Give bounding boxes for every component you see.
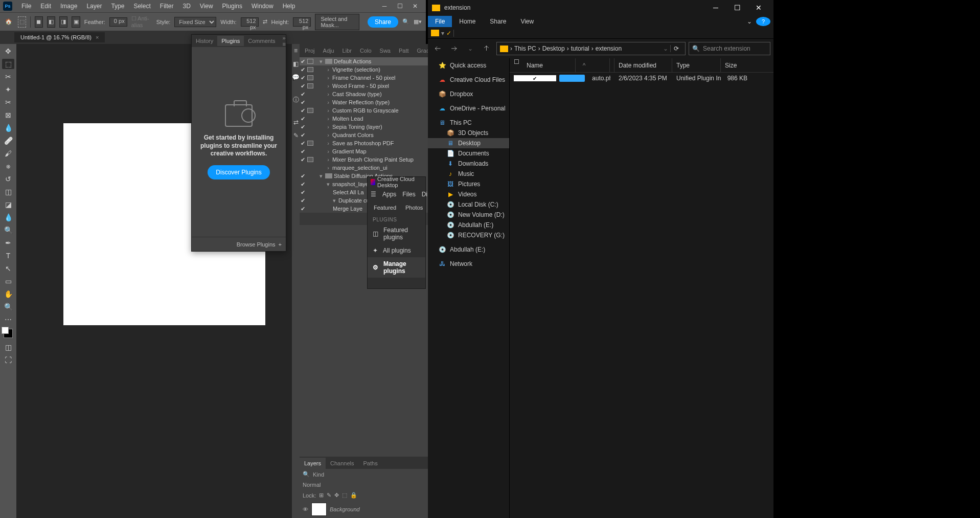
panel-icon[interactable]: 💬 — [292, 71, 300, 84]
ps-minimize-button[interactable]: ─ — [377, 1, 392, 11]
nav-item[interactable]: 💿Abdullah (E:) — [428, 220, 509, 230]
nav-item[interactable]: 📦Dropbox — [428, 89, 509, 99]
search-icon[interactable]: 🔍 — [402, 18, 409, 25]
marquee-tool-icon[interactable]: ⬚ — [2, 59, 14, 69]
width-input[interactable]: 512 px — [241, 17, 259, 27]
ribbon-expand-icon[interactable]: ⌄ — [743, 16, 756, 27]
lock-icon[interactable]: 🔒 — [350, 492, 357, 499]
cc-tab-featured[interactable]: Featured — [374, 205, 396, 211]
document-tab[interactable]: Untitled-1 @ 16.7% (RGB/8) × — [14, 32, 105, 42]
plus-icon[interactable]: + — [279, 241, 282, 247]
share-button[interactable]: Share — [368, 16, 398, 28]
rectangle-tool-icon[interactable]: ▭ — [2, 276, 14, 286]
action-group[interactable]: Default Actions — [334, 58, 371, 64]
nav-item[interactable]: ☁OneDrive - Personal — [428, 103, 509, 114]
nav-up-button[interactable]: 🡡 — [480, 42, 493, 55]
move-tool-icon[interactable]: ✥ — [2, 46, 14, 56]
nav-item[interactable]: 💿RECOVERY (G:) — [428, 230, 509, 240]
crumb[interactable]: extension — [596, 45, 622, 52]
gradient-tool-icon[interactable]: ◪ — [2, 199, 14, 210]
refresh-icon[interactable]: ⟳ — [670, 45, 682, 52]
ribbon-share[interactable]: Share — [483, 16, 513, 27]
menu-edit[interactable]: Edit — [36, 1, 55, 11]
stamp-tool-icon[interactable]: ⎈ — [2, 161, 14, 171]
hamburger-icon[interactable]: ☰ — [371, 191, 376, 198]
height-input[interactable]: 512 px — [293, 17, 311, 27]
layer-thumbnail[interactable] — [311, 503, 327, 516]
nav-back-button[interactable]: 🡠 — [431, 42, 444, 55]
brush-tool-icon[interactable]: 🖌 — [2, 148, 14, 159]
tab-patterns[interactable]: Patt — [396, 46, 412, 56]
menu-window[interactable]: Window — [247, 1, 278, 11]
col-size[interactable]: Size — [721, 58, 751, 72]
lock-icon[interactable]: ⊞ — [319, 492, 324, 499]
panel-icon[interactable]: ≡ — [292, 44, 300, 57]
type-tool-icon[interactable]: T — [2, 251, 14, 261]
color-swatch-icon[interactable] — [2, 327, 14, 340]
hand-tool-icon[interactable]: ✋ — [2, 289, 14, 299]
panel-icon[interactable]: ◧ — [292, 57, 300, 71]
action-item[interactable]: Custom RGB to Grayscale — [332, 107, 399, 114]
path-select-tool-icon[interactable]: ↖ — [2, 263, 14, 274]
antialias-checkbox-label[interactable]: Anti-alias — [131, 15, 149, 28]
ps-maximize-button[interactable]: ☐ — [392, 1, 407, 11]
action-item[interactable]: Quadrant Colors — [332, 132, 374, 138]
action-item[interactable]: Save as Photoshop PDF — [332, 140, 394, 146]
visibility-icon[interactable]: 👁 — [303, 506, 308, 512]
intersect-selection-icon[interactable]: ▣ — [72, 16, 80, 28]
new-selection-icon[interactable]: ◼ — [35, 16, 43, 28]
feather-input[interactable]: 0 px — [109, 17, 127, 27]
menu-filter[interactable]: Filter — [156, 1, 178, 11]
quick-select-tool-icon[interactable]: ✦ — [2, 84, 14, 95]
screen-mode-icon[interactable]: ⛶ — [2, 355, 14, 365]
action-step[interactable]: Duplicate cu — [338, 197, 370, 204]
nav-item[interactable]: 🖥Desktop — [428, 138, 509, 148]
crumb[interactable]: tutorial — [571, 45, 589, 52]
action-item[interactable]: Molten Lead — [332, 116, 363, 122]
healing-tool-icon[interactable]: 🩹 — [2, 136, 14, 146]
panel-icon[interactable]: ⇄ — [292, 116, 300, 129]
nav-item[interactable]: ☁Creative Cloud Files — [428, 75, 509, 85]
menu-layer[interactable]: Layer — [82, 1, 106, 11]
address-bar[interactable]: › This PC› Desktop› tutorial› extension … — [496, 42, 686, 55]
cc-nav-apps[interactable]: Apps — [382, 191, 396, 198]
menu-help[interactable]: Help — [279, 1, 300, 11]
crumb[interactable]: This PC — [514, 45, 536, 52]
file-row[interactable]: ✔auto.photoshop.sd.plugin_v_1_1_7.ccx 2/… — [510, 73, 773, 84]
action-step[interactable]: Merge Laye — [333, 206, 362, 212]
nav-item[interactable]: 🖧Network — [428, 259, 509, 269]
blend-mode-select[interactable]: Normal — [303, 482, 321, 488]
tab-history[interactable]: History — [192, 36, 217, 46]
collapse-icon[interactable]: ▾ — [318, 58, 324, 65]
home-button[interactable]: 🏠 — [4, 16, 14, 28]
ex-close-button[interactable]: ✕ — [748, 1, 769, 15]
menu-3d[interactable]: 3D — [178, 1, 194, 11]
cc-all-plugins[interactable]: ✦All plugins — [368, 244, 425, 257]
action-item[interactable]: Vignette (selection) — [332, 66, 380, 73]
menu-image[interactable]: Image — [56, 1, 81, 11]
history-brush-tool-icon[interactable]: ↺ — [2, 174, 14, 184]
action-item[interactable]: Sepia Toning (layer) — [332, 124, 382, 130]
cc-tab-photoshop[interactable]: Photos — [405, 205, 423, 211]
cc-nav-discover[interactable]: Di — [422, 191, 427, 198]
zoom-tool-icon[interactable]: 🔍 — [2, 302, 14, 312]
dodge-tool-icon[interactable]: 🔍 — [2, 225, 14, 235]
add-selection-icon[interactable]: ◧ — [47, 16, 55, 28]
lock-icon[interactable]: ✥ — [334, 492, 339, 499]
col-name[interactable]: ☐ Name ^ — [510, 58, 614, 72]
subtract-selection-icon[interactable]: ◨ — [59, 16, 67, 28]
nav-item[interactable]: 📄Documents — [428, 148, 509, 159]
menu-select[interactable]: Select — [129, 1, 154, 11]
col-type[interactable]: Type — [672, 58, 721, 72]
browse-plugins-link[interactable]: Browse Plugins — [237, 241, 276, 247]
panel-icon[interactable]: ✎ — [292, 129, 300, 142]
eyedropper-tool-icon[interactable]: 💧 — [2, 123, 14, 133]
cc-featured-plugins[interactable]: ◫Featured plugins — [368, 223, 425, 244]
action-item[interactable]: Water Reflection (type) — [332, 99, 390, 105]
layer-filter-kind[interactable]: Kind — [313, 471, 324, 478]
action-item[interactable]: snapshot_layer — [332, 181, 371, 187]
cc-manage-plugins[interactable]: ⚙Manage plugins — [368, 257, 425, 278]
menu-view[interactable]: View — [196, 1, 217, 11]
nav-item[interactable]: 📦3D Objects — [428, 128, 509, 138]
crumb[interactable]: Desktop — [542, 45, 565, 52]
